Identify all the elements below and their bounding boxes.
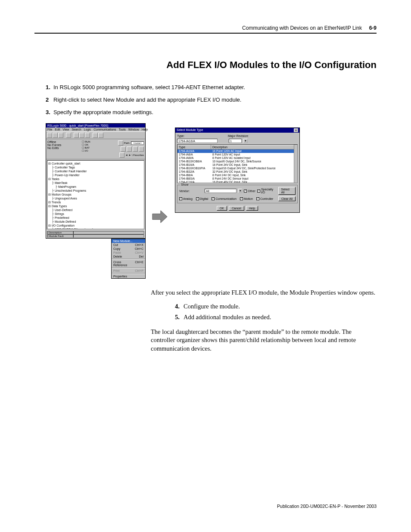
tree-item[interactable]: ├ MainTask — [48, 181, 143, 185]
scrollbar[interactable] — [294, 145, 297, 183]
tree-item[interactable]: ├ Module-Defined — [48, 220, 143, 224]
tree-item[interactable]: ⊟ I/O Configuration — [48, 224, 143, 227]
menu-edit[interactable]: Edit — [55, 128, 60, 131]
toolbar-button[interactable] — [58, 133, 63, 138]
toolbar-button[interactable] — [53, 133, 58, 138]
module-row[interactable]: 1794-IC16/A16 Point 48V DC Input, Sink — [177, 180, 297, 183]
cancel-button[interactable]: Cancel — [229, 206, 244, 211]
tree-item[interactable]: ├ Predefined — [48, 216, 143, 220]
module-row[interactable]: 1794-IA8I/A8 Point 120V AC Isolated Inpu… — [177, 156, 297, 160]
menu-item[interactable]: PrintCtrl+P — [112, 269, 145, 273]
menu-comm[interactable]: Communications — [93, 128, 116, 131]
dropdown-icon[interactable]: ▾ — [243, 139, 248, 143]
step-1: 1.In RSLogix 5000 programming software, … — [46, 84, 377, 90]
tree-item[interactable]: ├ Strings — [48, 212, 143, 216]
tree-item[interactable]: ├ 1788-ENBT/A Ethernet_card — [48, 227, 143, 229]
menu-item[interactable]: New Module... — [112, 239, 145, 243]
chk-specialty[interactable]: ✓Specialty I/O — [257, 188, 277, 194]
ok-button[interactable]: OK — [217, 206, 227, 211]
type-label: Type: — [177, 134, 203, 137]
menu-item[interactable]: DeleteDel — [112, 255, 145, 258]
menu-tools[interactable]: Tools — [118, 128, 125, 131]
toolbar-button[interactable] — [79, 133, 84, 138]
tree-item[interactable]: ⊟ Trends — [48, 200, 143, 204]
module-row[interactable]: 1794-IA16/A16 Point 120V AC Input — [177, 149, 297, 153]
tree-item[interactable]: ⊟ Data Types — [48, 204, 143, 208]
window-title: RSLogix 5000 - quick_start [PowerFlex 70… — [47, 124, 108, 127]
help-button[interactable]: Help — [246, 206, 258, 211]
dropdown-icon[interactable]: ▾ — [238, 189, 242, 193]
menubar[interactable]: File Edit View Search Logic Communicatio… — [46, 128, 145, 131]
paragraph-2: The local daughtercard becomes the “pare… — [151, 328, 377, 353]
tree-item[interactable]: ⊟ Controller quick_start — [48, 162, 143, 165]
menu-item[interactable]: CutCtrl+X — [112, 243, 145, 247]
tree-item[interactable]: ├ Unscheduled Programs — [48, 189, 143, 193]
toolbar-button[interactable] — [93, 133, 98, 138]
chk-motion[interactable]: ✓Motion — [240, 197, 253, 200]
module-row[interactable]: 1794-IB16/A16 Point 24V DC Input, Sink — [177, 163, 297, 167]
vendor-field[interactable]: All — [205, 189, 237, 193]
show-label: Show — [180, 183, 190, 186]
toolbar — [46, 131, 145, 139]
module-row[interactable]: 1794-IA8/A8 Point 120V AC Input — [177, 153, 297, 156]
toolbar-button[interactable] — [47, 133, 52, 138]
page-header: Communicating with Devices on an EtherNe… — [34, 25, 377, 34]
menu-window[interactable]: Window — [128, 128, 139, 131]
toolbar-button[interactable] — [98, 133, 103, 138]
module-row[interactable]: 1794-IB8/A8 Point 24V DC Input, Sink — [177, 174, 297, 177]
chk-other[interactable]: ✓Other — [244, 190, 255, 193]
menu-view[interactable]: View — [62, 128, 69, 131]
tree-item[interactable]: ├ User-Defined — [48, 208, 143, 212]
menu-help[interactable]: Help — [142, 128, 148, 131]
module-row[interactable]: 1794-IB10XOB6/A10 Input/6 Output 24V DC,… — [177, 160, 297, 163]
menu-item[interactable]: PasteCtrl+V — [112, 251, 145, 255]
menu-item[interactable]: Properties — [112, 274, 145, 278]
nav-button[interactable] — [121, 146, 126, 152]
tree-item[interactable]: ├ Controller Fault Handler — [48, 169, 143, 173]
menu-item[interactable]: Cross ReferenceCtrl+E — [112, 260, 145, 267]
module-list[interactable]: Type Description 1794-IA16/A16 Point 120… — [177, 144, 298, 183]
show-group: Show Vendor: All ▾ ✓Other ✓Specialty I/O… — [177, 185, 298, 203]
col-desc[interactable]: Description — [211, 145, 297, 149]
menu-search[interactable]: Search — [72, 128, 81, 131]
toolbar-button[interactable] — [85, 133, 90, 138]
col-type[interactable]: Type — [177, 145, 211, 149]
clear-all-button[interactable]: Clear All — [278, 196, 296, 201]
rev-field[interactable]: 1 — [229, 139, 242, 143]
menu-logic[interactable]: Logic — [84, 128, 91, 131]
module-row[interactable]: 1794-IB32/A32 Point 24V DC Input, Sink — [177, 170, 297, 174]
paragraph-1: After you select the appropriate FLEX I/… — [151, 289, 377, 297]
chk-controller[interactable]: ✓Controller — [256, 197, 273, 200]
module-row[interactable]: 1794-IB16XOB16P/A16 Input/16 Output 24V … — [177, 167, 297, 170]
status-offline: Offline — [47, 140, 82, 143]
tree-item[interactable]: ⊟ Tasks — [48, 177, 143, 181]
status-noedits: No Edits — [47, 146, 82, 149]
menu-file[interactable]: File — [47, 128, 52, 131]
path-value[interactable]: <none> — [131, 141, 144, 145]
flag-io: ☐ I/O — [82, 149, 97, 152]
path-icon[interactable] — [118, 140, 123, 146]
nav-button[interactable] — [119, 152, 125, 158]
nav-button[interactable] — [133, 146, 138, 152]
select-all-button[interactable]: Select All — [278, 187, 296, 195]
tree-item[interactable]: ⊟ Motion Groups — [48, 193, 143, 196]
close-icon[interactable]: × — [294, 128, 298, 132]
tree-item[interactable]: ├ Power-Up Handler — [48, 173, 143, 177]
menu-item[interactable]: CopyCtrl+C — [112, 247, 145, 251]
chk-analog[interactable]: ✓Analog — [179, 197, 193, 200]
chk-digital[interactable]: ✓Digital — [196, 197, 208, 200]
context-menu[interactable]: New Module...CutCtrl+XCopyCtrl+CPasteCtr… — [111, 239, 146, 279]
toolbar-button[interactable] — [66, 133, 71, 138]
controller-tree[interactable]: ⊟ Controller quick_start├ Controller Tag… — [47, 160, 144, 229]
desc-bar: Description Module Fault — [46, 230, 145, 238]
tree-item[interactable]: ├ Ungrouped Axes — [48, 196, 143, 200]
type-field[interactable]: 1794-IA16/A — [177, 139, 218, 143]
module-row[interactable]: 1794-IB8S/A8 Point 24V DC Sensor Input — [177, 177, 297, 180]
chk-comm[interactable]: ✓Communication — [212, 197, 237, 200]
screenshots-row: RSLogix 5000 - quick_start [PowerFlex 70… — [46, 123, 300, 239]
toolbar-button[interactable] — [74, 133, 79, 138]
tree-item[interactable]: ├ MainProgram — [48, 185, 143, 189]
nav-button[interactable] — [127, 146, 132, 152]
tree-item[interactable]: ├ Controller Tags — [48, 165, 143, 169]
nav-button[interactable] — [139, 146, 144, 152]
